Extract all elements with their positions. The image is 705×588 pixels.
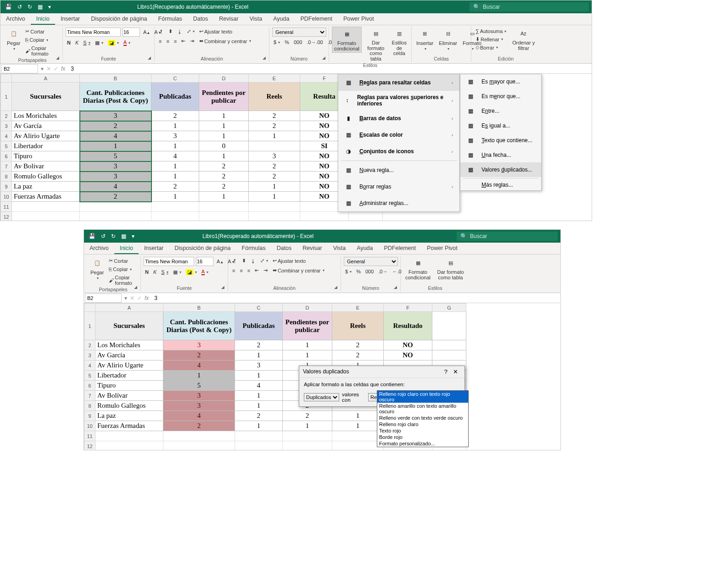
- row-header[interactable]: 12: [84, 441, 95, 450]
- redo-icon[interactable]: ↻: [109, 232, 118, 240]
- cell[interactable]: 1: [199, 131, 249, 141]
- cell[interactable]: 3: [80, 161, 151, 172]
- menu-manage-rules[interactable]: ▦Administrar reglas...: [338, 195, 459, 211]
- cell[interactable]: 1: [199, 192, 249, 202]
- column-header[interactable]: G: [432, 304, 466, 312]
- row-header[interactable]: 11: [84, 431, 95, 441]
- cell[interactable]: 1: [151, 161, 199, 172]
- cell[interactable]: Romulo Gallegos: [12, 172, 80, 182]
- align-right-icon[interactable]: ≡: [173, 38, 178, 45]
- font-size-select[interactable]: [196, 257, 213, 266]
- submenu-equal[interactable]: ▦Es igual a...: [460, 118, 541, 133]
- dialog-launcher-icon[interactable]: ◢: [334, 285, 340, 290]
- cell[interactable]: 3: [163, 391, 235, 401]
- column-header[interactable]: E: [249, 74, 300, 83]
- cell[interactable]: Av Alirio Ugarte: [12, 131, 80, 141]
- cell[interactable]: [432, 350, 466, 361]
- format-option[interactable]: Relleno rojo claro: [377, 421, 468, 427]
- cell[interactable]: [249, 202, 300, 212]
- menu-new-rule[interactable]: ▦Nueva regla...: [338, 162, 459, 178]
- tab-formulas[interactable]: Fórmulas: [236, 243, 271, 254]
- autosum-button[interactable]: ∑ Autosuma ▾: [474, 28, 508, 35]
- cell[interactable]: NO: [384, 350, 432, 361]
- number-format-select[interactable]: General: [272, 28, 326, 37]
- column-header[interactable]: A: [95, 304, 163, 312]
- cell[interactable]: 1: [80, 141, 151, 151]
- fill-color-button[interactable]: ◪▾: [185, 268, 198, 276]
- tab-archivo[interactable]: Archivo: [84, 243, 114, 254]
- name-box[interactable]: [1, 64, 38, 73]
- row-header[interactable]: 10: [84, 421, 95, 431]
- fill-button[interactable]: ⬇ Rellenar ▾: [474, 35, 508, 43]
- cell[interactable]: [283, 431, 332, 441]
- menu-highlight-cells[interactable]: ▦Reglas para resaltar celdas›: [338, 74, 459, 91]
- tab-powerpivot[interactable]: Power Pivot: [338, 13, 380, 25]
- column-header[interactable]: C: [235, 304, 283, 312]
- header-cell[interactable]: Reels: [332, 312, 384, 340]
- row-header[interactable]: 10: [1, 192, 12, 202]
- cell[interactable]: [432, 340, 466, 350]
- submenu-text[interactable]: ▦Texto que contiene...: [460, 133, 541, 148]
- cell[interactable]: 2: [249, 121, 300, 131]
- cell[interactable]: Av Alirio Ugarte: [95, 361, 163, 371]
- tab-insertar[interactable]: Insertar: [55, 13, 85, 25]
- cell[interactable]: 3: [249, 151, 300, 161]
- tab-datos[interactable]: Datos: [188, 13, 214, 25]
- cell[interactable]: 1: [151, 172, 199, 182]
- cell[interactable]: 1: [283, 340, 332, 350]
- cell[interactable]: Libertador: [95, 371, 163, 381]
- cell[interactable]: 3: [151, 131, 199, 141]
- formula-bar[interactable]: 3: [68, 65, 592, 73]
- worksheet-area[interactable]: ABCDEFG1SucursalesCant. Publicaciones Di…: [0, 74, 592, 221]
- cell[interactable]: Los Morichales: [95, 340, 163, 350]
- italic-button[interactable]: K: [74, 39, 80, 46]
- cell[interactable]: Av García: [12, 121, 80, 131]
- decrease-indent-icon[interactable]: ⇤: [180, 37, 187, 45]
- help-icon[interactable]: ?: [442, 368, 450, 375]
- borders-button[interactable]: ▦▾: [94, 39, 105, 47]
- cell-styles-button[interactable]: ▥ Estilos de celda: [390, 27, 408, 57]
- cell[interactable]: Fuerzas Armadas: [95, 421, 163, 431]
- cell[interactable]: [249, 141, 300, 151]
- borders-button[interactable]: ▦▾: [172, 268, 183, 276]
- tab-vista[interactable]: Vista: [328, 243, 352, 254]
- row-header[interactable]: 4: [84, 361, 95, 371]
- column-header[interactable]: A: [12, 74, 80, 83]
- tab-datos[interactable]: Datos: [271, 243, 297, 254]
- cell[interactable]: 4: [235, 381, 283, 391]
- wrap-text-button[interactable]: ↩ Ajustar texto: [271, 257, 326, 265]
- cell[interactable]: [332, 441, 384, 450]
- row-header[interactable]: 8: [1, 172, 12, 182]
- tab-disposicion[interactable]: Disposición de página: [169, 243, 236, 254]
- row-header[interactable]: 2: [1, 111, 12, 121]
- row-header[interactable]: 3: [84, 350, 95, 361]
- cell[interactable]: 4: [163, 361, 235, 371]
- cell[interactable]: 1: [199, 151, 249, 161]
- align-bottom-icon[interactable]: ⭳: [176, 28, 184, 35]
- cell[interactable]: [300, 212, 349, 221]
- tab-inicio[interactable]: Inicio: [114, 243, 139, 254]
- dialog-launcher-icon[interactable]: ◢: [322, 55, 328, 61]
- undo-icon[interactable]: ↺: [99, 232, 107, 240]
- font-name-select[interactable]: [66, 28, 121, 37]
- align-center-icon[interactable]: ≡: [165, 38, 170, 45]
- header-cell[interactable]: Cant. Publicaciones Diarias (Post & Copy…: [163, 312, 235, 340]
- cell[interactable]: 2: [151, 111, 199, 121]
- tab-vista[interactable]: Vista: [244, 13, 268, 25]
- cell[interactable]: 2: [151, 182, 199, 192]
- format-as-table-button[interactable]: ▤ Dar formato como tabla: [364, 27, 388, 62]
- cell[interactable]: 3: [235, 361, 283, 371]
- tab-revisar[interactable]: Revisar: [213, 13, 244, 25]
- column-header[interactable]: D: [283, 304, 332, 312]
- cell[interactable]: Av Bolivar: [12, 161, 80, 172]
- percent-icon[interactable]: %: [283, 39, 291, 46]
- column-header[interactable]: B: [80, 74, 151, 83]
- grid-icon[interactable]: ▦: [119, 232, 128, 240]
- increase-indent-icon[interactable]: ⇥: [189, 37, 196, 45]
- conditional-format-button[interactable]: ▦Formato condicional: [403, 256, 432, 281]
- cell[interactable]: Tipuro: [12, 151, 80, 161]
- tab-revisar[interactable]: Revisar: [297, 243, 327, 254]
- save-icon[interactable]: 💾: [3, 3, 14, 11]
- cell[interactable]: 2: [80, 192, 151, 202]
- cancel-icon[interactable]: ✕: [46, 66, 51, 72]
